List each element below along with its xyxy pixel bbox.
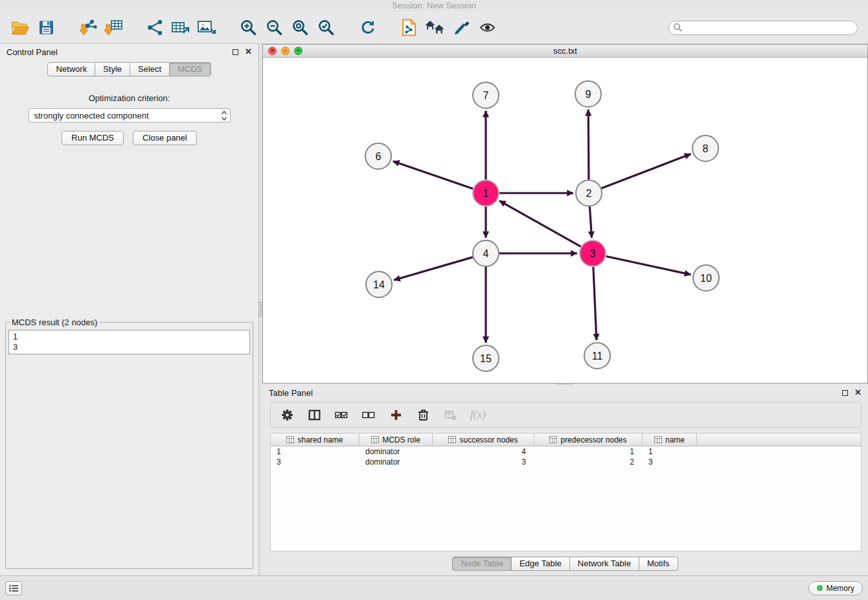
column-header-mcds-role[interactable]: MCDS role [360, 433, 433, 446]
graph-edge-1-6[interactable] [393, 161, 473, 189]
network-canvas[interactable]: 7968124314101511 [263, 58, 867, 383]
tab-select[interactable]: Select [130, 62, 170, 76]
list-icon [9, 584, 19, 592]
memory-status-dot [817, 585, 823, 591]
graph-node-label: 7 [483, 90, 489, 101]
graph-node-label: 9 [586, 89, 591, 100]
table-export-icon [171, 19, 190, 36]
cell-name: 3 [643, 457, 697, 467]
search-input[interactable] [668, 21, 858, 35]
optimization-criterion-select[interactable]: strongly connected component [29, 108, 231, 122]
memory-button[interactable]: Memory [808, 581, 863, 595]
import-table-button[interactable] [104, 16, 123, 40]
main-toolbar [0, 12, 868, 44]
export-image-button[interactable] [197, 16, 216, 40]
right-column: scc.txt ✕ – + 7968124314101511 Table Pan… [262, 44, 868, 575]
network-share-icon [146, 19, 164, 36]
graph-edge-2-8[interactable] [602, 154, 691, 189]
tab-motifs[interactable]: Motifs [639, 557, 678, 571]
graph-edge-2-9[interactable] [588, 110, 589, 179]
save-session-button[interactable] [36, 16, 56, 40]
cell-successor-nodes: 4 [433, 446, 534, 457]
search-icon [673, 23, 682, 32]
zoom-fit-button[interactable] [290, 16, 310, 40]
graph-node-label: 11 [592, 351, 603, 362]
cell-successor-nodes: 3 [433, 457, 534, 467]
refresh-button[interactable] [358, 16, 377, 40]
zoom-in-button[interactable] [238, 16, 258, 40]
table-panel-close-icon[interactable]: ✕ [854, 389, 862, 396]
mcds-result-fieldset: MCDS result (2 nodes) 1 3 [5, 317, 253, 569]
graph-edge-3-10[interactable] [606, 257, 691, 275]
add-column-button[interactable] [389, 405, 403, 424]
eye-icon [479, 21, 496, 34]
toolbar-button-group [10, 16, 503, 40]
toggle-columns-button[interactable] [307, 405, 321, 424]
zoom-selected-button[interactable] [316, 16, 336, 40]
column-type-icon [448, 436, 456, 443]
table-header-row: shared nameMCDS rolesuccessor nodesprede… [271, 433, 861, 446]
panel-toggle-button[interactable] [5, 581, 22, 595]
window-title: Session: New Session [392, 1, 475, 10]
graph-node-label: 3 [590, 248, 596, 259]
network-view-titlebar: scc.txt ✕ – + [263, 45, 867, 58]
column-header-successor-nodes[interactable]: successor nodes [433, 433, 534, 446]
graph-edge-3-1[interactable] [499, 201, 581, 247]
tab-mcds[interactable]: MCDS [169, 62, 211, 76]
network-view-window: scc.txt ✕ – + 7968124314101511 [262, 44, 868, 384]
columns-icon [308, 409, 321, 421]
function-builder-button: f(x) [470, 405, 486, 424]
home-button[interactable] [425, 16, 445, 40]
select-all-rows-button[interactable] [334, 405, 348, 424]
graph-node-label: 6 [376, 151, 382, 162]
column-header-shared-name[interactable]: shared name [271, 433, 360, 446]
tab-network[interactable]: Network [47, 62, 95, 76]
table-panel-maximize-icon[interactable] [842, 390, 848, 396]
import-network-button[interactable] [78, 16, 97, 40]
table-panel: Table Panel ✕ f(x) shared nameMCDS roles… [262, 385, 868, 575]
trash-icon [417, 408, 429, 421]
table-row[interactable]: 1dominator411 [271, 446, 861, 457]
open-session-button[interactable] [10, 16, 30, 40]
mcds-result-legend: MCDS result (2 nodes) [10, 317, 99, 327]
clipboard-network-button[interactable] [399, 16, 418, 40]
control-panel-close-icon[interactable]: ✕ [245, 49, 252, 55]
run-mcds-button[interactable]: Run MCDS [62, 131, 124, 145]
table-panel-title: Table Panel [269, 388, 313, 398]
table-row[interactable]: 3dominator323 [271, 457, 861, 467]
refresh-icon [359, 19, 376, 36]
tab-node-table[interactable]: Node Table [452, 557, 512, 571]
graph-node-label: 2 [586, 188, 592, 199]
combo-stepper-icon [221, 110, 227, 121]
table-settings-button[interactable] [280, 405, 294, 424]
graph-edge-2-3[interactable] [589, 207, 591, 238]
zoom-out-button[interactable] [264, 16, 284, 40]
control-panel-maximize-icon[interactable] [233, 49, 238, 55]
show-graphics-button[interactable] [477, 16, 497, 40]
graph-edge-4-14[interactable] [394, 257, 473, 280]
tab-network-table[interactable]: Network Table [569, 557, 639, 571]
graph-node-label: 4 [483, 248, 489, 259]
export-table-button[interactable] [171, 16, 190, 40]
window-close-icon[interactable]: ✕ [268, 47, 277, 55]
graph-edge-3-11[interactable] [593, 267, 597, 340]
paint-style-button[interactable] [451, 16, 471, 40]
deselect-all-rows-button[interactable] [361, 405, 376, 424]
column-header-predecessor-nodes[interactable]: predecessor nodes [534, 433, 643, 446]
memory-label: Memory [827, 584, 854, 593]
zoom-selected-icon [317, 19, 335, 36]
column-header-name[interactable]: name [643, 433, 697, 446]
optimization-criterion-value: strongly connected component [34, 111, 149, 121]
zoom-out-icon [266, 19, 283, 36]
window-zoom-icon[interactable]: + [294, 47, 303, 55]
image-export-icon [197, 19, 216, 36]
graph-node-label: 14 [373, 279, 385, 290]
delete-column-button[interactable] [416, 405, 430, 424]
close-panel-button[interactable]: Close panel [133, 131, 197, 145]
new-network-button[interactable] [145, 16, 165, 40]
column-label: shared name [297, 435, 343, 444]
tab-edge-table[interactable]: Edge Table [511, 557, 570, 571]
window-minimize-icon[interactable]: – [281, 47, 290, 55]
tab-style[interactable]: Style [95, 62, 130, 76]
cell-predecessor-nodes: 2 [534, 457, 643, 467]
